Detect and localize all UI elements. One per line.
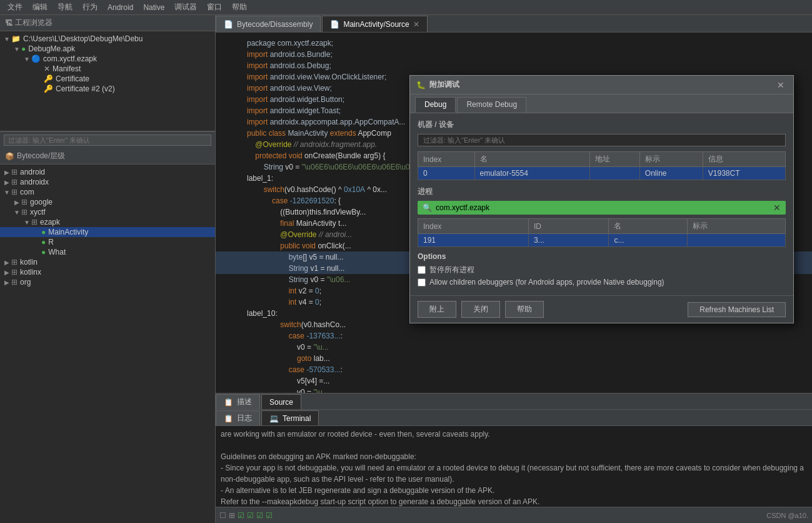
menu-item-native[interactable]: Native [138, 2, 169, 13]
tree-item-cert[interactable]: 🔑 Certificate [0, 74, 215, 84]
dialog-close-button[interactable]: ✕ [774, 80, 787, 90]
dialog-tab-debug[interactable]: Debug [415, 97, 456, 113]
process-clear-button[interactable]: ✕ [773, 203, 781, 213]
status-left: ☐ ⊞ ☑ ☑ ☑ ☑ [219, 511, 273, 520]
machine-filter-input[interactable] [418, 134, 786, 146]
device-status: Online [639, 167, 703, 180]
pkg-icon: ⊞ [11, 168, 18, 176]
close-tab-icon[interactable]: ✕ [413, 20, 419, 29]
tree-com[interactable]: ▼ ⊞ com [0, 187, 215, 197]
close-button[interactable]: 关闭 [461, 301, 500, 318]
process-entry-content: 🔍 com.xyctf.ezapk [423, 203, 489, 212]
dialog-tab-remote-debug[interactable]: Remote Debug [457, 97, 526, 113]
tab-bytecode-disassembly[interactable]: 📄 Bytecode/Disassembly [216, 16, 321, 32]
menu-item-help[interactable]: 帮助 [227, 1, 252, 14]
log-label: 日志 [237, 413, 252, 424]
bytecode-tab-icon: 📄 [224, 20, 233, 29]
tab-terminal[interactable]: 💻 Terminal [261, 410, 319, 425]
device-row-0[interactable]: 0 emulator-5554 Online V1938CT [418, 167, 786, 180]
process-filter-entry: 🔍 com.xyctf.ezapk ✕ [418, 201, 786, 215]
menu-item-action[interactable]: 行为 [78, 1, 103, 14]
tree-mainactivity[interactable]: ● MainActivity [0, 227, 215, 237]
tree-ezapk[interactable]: ▼ ⊞ ezapk [0, 217, 215, 227]
describe-icon: 📋 [224, 398, 233, 407]
tree-item-cert2[interactable]: 🔑 Certificate #2 (v2) [0, 84, 215, 94]
device-table-header-row: Index 名 地址 标示 信息 [418, 152, 786, 167]
help-button[interactable]: 帮助 [505, 301, 544, 318]
project-browser-label: 工程浏览器 [15, 18, 53, 28]
status-icon-6: ☑ [266, 511, 273, 520]
tree-xyctf[interactable]: ▼ ⊞ xyctf [0, 207, 215, 217]
status-icon-5: ☑ [256, 511, 263, 520]
terminal-line-3: Guidelines on debugging an APK marked no… [221, 451, 807, 462]
tree-item-pkg[interactable]: ▼ 🔵 com.xyctf.ezapk [0, 54, 215, 64]
editor-tab-bar: 📄 Bytecode/Disassembly 📄 MainActivity/So… [216, 15, 812, 33]
status-icon-2: ⊞ [229, 511, 235, 520]
checkbox-allow-children: Allow children debuggers (for Android ap… [418, 278, 786, 287]
terminal-label: Terminal [283, 414, 311, 423]
status-icon-1: ☐ [219, 511, 226, 520]
project-filter-input[interactable] [4, 135, 211, 146]
expand-arrow: ▼ [3, 36, 11, 43]
pause-all-checkbox[interactable] [418, 266, 426, 274]
dialog-body: 机器 / 设备 Index 名 地址 标示 信息 0 emulator-5554 [410, 113, 793, 295]
terminal-line-4: - Since your app is not debuggable, you … [221, 462, 807, 485]
refresh-machines-button[interactable]: Refresh Machines List [688, 302, 786, 317]
log-terminal-tab-bar: 📋 日志 💻 Terminal [216, 409, 812, 425]
menu-item-debugger[interactable]: 调试器 [169, 1, 202, 14]
tree-kotlinx[interactable]: ▶ ⊞ kotlinx [0, 267, 215, 277]
proc-index: 191 [418, 234, 529, 247]
folder-icon: 📁 [11, 34, 21, 43]
menu-item-window[interactable]: 窗口 [202, 1, 227, 14]
tab-source[interactable]: Source [261, 394, 301, 409]
code-line: import android.os.Debug; [216, 60, 812, 71]
tree-org[interactable]: ▶ ⊞ org [0, 277, 215, 287]
tree-google[interactable]: ▶ ⊞ google [0, 197, 215, 207]
proc-col-name: 名 [609, 219, 688, 234]
code-line: v5[v4] =... [216, 375, 812, 387]
project-browser-header: 🏗 工程浏览器 [0, 15, 215, 31]
machine-section-label: 机器 / 设备 [418, 119, 786, 130]
proc-name: c... [609, 234, 688, 247]
menu-item-edit[interactable]: 编辑 [28, 1, 53, 14]
cert-icon: 🔑 [44, 74, 53, 83]
code-line: v0 = "\u... [216, 387, 812, 393]
terminal-line-2 [221, 440, 807, 451]
menu-item-android[interactable]: Android [103, 2, 138, 13]
tab-mainactivity-source[interactable]: 📄 MainActivity/Source ✕ [322, 16, 427, 32]
tree-r[interactable]: ● R [0, 237, 215, 247]
status-icon-3: ☑ [238, 511, 244, 520]
expand-arrow: ▼ [13, 46, 21, 53]
dialog-title-text: 附加调试 [429, 79, 459, 90]
col-status: 标示 [639, 152, 703, 167]
status-right-text: CSDN @a10. [766, 512, 808, 519]
tree-item-manifest[interactable]: ✕ Manifest [0, 64, 215, 74]
tree-item-apk[interactable]: ▼ ● DebugMe.apk [0, 44, 215, 54]
tree-what[interactable]: ● What [0, 247, 215, 257]
tree-android[interactable]: ▶ ⊞ android [0, 167, 215, 177]
attach-button[interactable]: 附上 [418, 301, 456, 318]
col-info: 信息 [703, 152, 785, 167]
tab-log[interactable]: 📋 日志 [216, 410, 260, 425]
code-line: case -137633...: [216, 330, 812, 342]
tree-root-path[interactable]: ▼ 📁 C:\Users\L\Desktop\DebugMe\Debu [0, 34, 215, 44]
tree-androidx[interactable]: ▶ ⊞ androidx [0, 177, 215, 187]
describe-source-tab-bar: 📋 描述 Source [216, 393, 812, 409]
code-line: package com.xyctf.ezapk; [216, 38, 812, 49]
col-name: 名 [474, 152, 589, 167]
project-filter-bar [0, 131, 215, 148]
dialog-footer: 附上 关闭 帮助 Refresh Machines List [410, 295, 793, 323]
log-icon: 📋 [224, 414, 233, 423]
tab-describe[interactable]: 📋 描述 [216, 394, 260, 409]
device-address [589, 167, 639, 180]
col-index: Index [418, 152, 475, 167]
pkg-icon: ⊞ [31, 218, 38, 226]
pkg-icon: ⊞ [11, 178, 18, 186]
source-label: Source [269, 398, 293, 407]
menu-item-file[interactable]: 文件 [3, 1, 28, 14]
tree-kotlin[interactable]: ▶ ⊞ kotlin [0, 257, 215, 267]
proc-id: 3... [528, 234, 609, 247]
allow-children-checkbox[interactable] [418, 278, 426, 287]
menu-item-nav[interactable]: 导航 [53, 1, 78, 14]
process-row-0[interactable]: 191 3... c... [418, 234, 786, 247]
